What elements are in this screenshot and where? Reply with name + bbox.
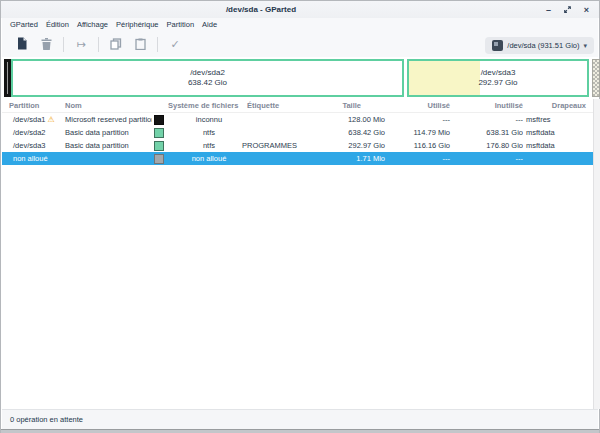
header-taille[interactable]: Taille: [304, 99, 387, 112]
row-unused: ---: [452, 152, 523, 165]
minimize-icon: –: [546, 5, 551, 15]
row-filesystem: ntfs: [164, 126, 240, 139]
apply-button[interactable]: ✓: [163, 35, 187, 55]
close-icon: ×: [584, 5, 589, 15]
window-title: /dev/sda - GParted: [1, 1, 521, 18]
gparted-window: /dev/sda - GParted – × GParted Édition A…: [0, 0, 600, 433]
row-name: Basic data partition: [64, 126, 152, 139]
menu-partition[interactable]: Partition: [163, 18, 199, 32]
header-nom[interactable]: Nom: [64, 99, 152, 112]
window-resize-edge: [1, 429, 599, 433]
menu-aide[interactable]: Aide: [198, 18, 221, 32]
row-label: [240, 126, 304, 139]
row-filesystem: inconnu: [164, 113, 240, 126]
row-used: ---: [387, 113, 452, 126]
row-name: [64, 152, 152, 165]
row-flags: msftres: [523, 113, 593, 126]
row-flags: msftdata: [523, 139, 593, 152]
table-row-sda1[interactable]: /dev/sda1 ⚠ Microsoft reserved partition…: [2, 113, 593, 126]
menu-affichage[interactable]: Affichage: [73, 18, 112, 32]
toolbar-separator: [157, 37, 158, 52]
diskbar-sda3[interactable]: /dev/sda3 292.97 Gio: [407, 59, 589, 97]
fs-color-swatch: [154, 128, 164, 138]
table-row-sda2[interactable]: /dev/sda2 Basic data partition ntfs 638.…: [2, 126, 593, 139]
title-bar[interactable]: /dev/sda - GParted – ×: [1, 1, 599, 18]
restore-button[interactable]: [558, 2, 577, 17]
sda3-name: /dev/sda3: [481, 68, 516, 78]
row-unused: 176.80 Gio: [452, 139, 523, 152]
fs-color-swatch: [154, 115, 164, 125]
sda2-name: /dev/sda2: [190, 68, 225, 78]
hard-drive-icon: [492, 40, 503, 51]
row-used: ---: [387, 152, 452, 165]
row-label: [240, 152, 304, 165]
row-partition: non alloué: [13, 152, 48, 165]
row-label: PROGRAMMES: [240, 139, 304, 152]
table-scrollbar[interactable]: [593, 99, 600, 409]
pending-operations-text: 0 opération en attente: [10, 415, 83, 424]
header-etiquette[interactable]: Étiquette: [240, 99, 304, 112]
toolbar-separator: [98, 37, 99, 52]
row-filesystem: non alloué: [164, 152, 240, 165]
copy-button[interactable]: [104, 35, 128, 55]
row-partition: /dev/sda3: [13, 139, 46, 152]
row-filesystem: ntfs: [164, 139, 240, 152]
device-selector-label: /dev/sda (931.51 Gio): [507, 41, 579, 50]
toolbar-separator: [63, 37, 64, 52]
copy-icon: [110, 36, 122, 54]
window-controls: – ×: [539, 1, 596, 18]
new-partition-icon: [16, 36, 28, 54]
check-icon: ✓: [170, 39, 179, 50]
header-utilise[interactable]: Utilisé: [387, 99, 452, 112]
menu-peripherique[interactable]: Périphérique: [112, 18, 163, 32]
menu-gparted[interactable]: GParted: [6, 18, 42, 32]
disk-visual-area: /dev/sda2 638.42 Gio /dev/sda3 292.97 Gi…: [2, 57, 598, 99]
table-header: Partition Nom Système de fichiers Étique…: [2, 99, 593, 113]
row-size: 292.97 Gio: [304, 139, 387, 152]
sda3-used-fill: [409, 61, 480, 95]
row-flags: msftdata: [523, 126, 593, 139]
row-used: 114.79 Mio: [387, 126, 452, 139]
row-unused: 638.31 Gio: [452, 126, 523, 139]
header-inutilise[interactable]: Inutilisé: [452, 99, 523, 112]
table-row-sda3[interactable]: /dev/sda3 Basic data partition ntfs PROG…: [2, 139, 593, 152]
minimize-button[interactable]: –: [539, 2, 558, 17]
row-partition: /dev/sda1: [13, 113, 46, 126]
toolbar: ↦ ✓ /dev/sda (931.51 G: [2, 32, 598, 57]
fs-color-swatch: [154, 154, 164, 164]
delete-partition-button[interactable]: [34, 35, 58, 55]
row-size: 638.42 Gio: [304, 126, 387, 139]
header-drapeaux[interactable]: Drapeaux: [523, 99, 593, 112]
menu-bar: GParted Édition Affichage Périphérique P…: [2, 18, 598, 32]
row-name: Microsoft reserved partition: [64, 113, 152, 126]
sda3-size: 292.97 Gio: [478, 78, 517, 88]
device-selector[interactable]: /dev/sda (931.51 Gio) ▾: [485, 37, 594, 54]
warning-icon: ⚠: [48, 113, 55, 126]
row-unused: ---: [452, 113, 523, 126]
paste-button[interactable]: [128, 35, 152, 55]
resize-move-icon: ↦: [76, 39, 85, 50]
diskbar-sda1[interactable]: [4, 59, 11, 97]
menu-edition[interactable]: Édition: [42, 18, 73, 32]
close-button[interactable]: ×: [577, 2, 596, 17]
row-size: 1.71 Mio: [304, 152, 387, 165]
new-partition-button[interactable]: [10, 35, 34, 55]
sda2-size: 638.42 Gio: [188, 78, 227, 88]
row-partition: /dev/sda2: [13, 126, 46, 139]
restore-icon: [563, 5, 572, 14]
partition-table: Partition Nom Système de fichiers Étique…: [2, 99, 593, 165]
row-name: Basic data partition: [64, 139, 152, 152]
paste-icon: [135, 36, 146, 54]
fs-color-swatch: [154, 141, 164, 151]
row-used: 116.16 Gio: [387, 139, 452, 152]
row-label: [240, 113, 304, 126]
diskbar-sda2[interactable]: /dev/sda2 638.42 Gio: [11, 59, 404, 97]
header-systeme-fichiers[interactable]: Système de fichiers: [152, 99, 240, 112]
resize-move-button[interactable]: ↦: [69, 35, 93, 55]
status-bar: 0 opération en attente: [2, 409, 598, 429]
row-size: 128.00 Mio: [304, 113, 387, 126]
trash-icon: [41, 36, 52, 54]
header-partition[interactable]: Partition: [2, 99, 64, 112]
table-row-unallocated[interactable]: non alloué non alloué 1.71 Mio --- ---: [2, 152, 593, 165]
diskbar-unallocated[interactable]: [592, 59, 600, 97]
